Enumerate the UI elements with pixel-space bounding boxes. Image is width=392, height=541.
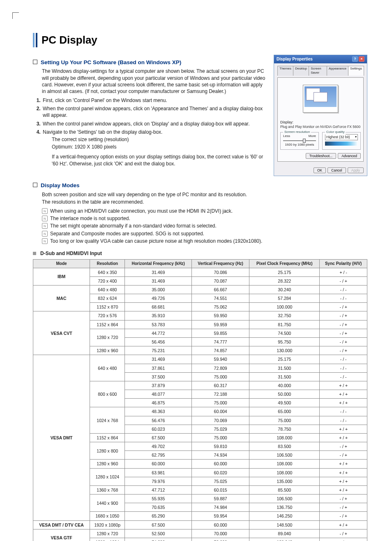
data-cell: 72.188: [191, 390, 249, 399]
data-cell: 81.750: [249, 320, 320, 329]
data-cell: 65.290: [125, 512, 192, 520]
data-cell: 89.040: [249, 529, 320, 538]
note-icon: N: [42, 238, 48, 244]
data-cell: - / +: [320, 320, 367, 329]
data-cell: - / -: [320, 538, 367, 541]
resolution-cell: 800 x 600: [90, 381, 125, 407]
subsection-bullet-icon: [33, 252, 36, 255]
data-cell: + / -: [320, 268, 367, 276]
tab-screensaver[interactable]: Screen Saver: [309, 66, 327, 76]
data-cell: + / +: [320, 468, 367, 477]
data-cell: - / +: [320, 303, 367, 311]
data-cell: + / +: [320, 425, 367, 433]
note-text: The interlace mode is not supported.: [50, 215, 130, 222]
table-row: VESA DMT / DTV CEA1920 x 1080p67.50060.0…: [33, 520, 367, 529]
data-cell: + / +: [320, 477, 367, 485]
help-icon[interactable]: ?: [352, 56, 358, 62]
step4-sub1: The correct size setting (resolution): [52, 136, 267, 143]
resolution-cell: 1152 x 870: [90, 303, 125, 311]
sr-value: 1920 by 1080 pixels: [283, 143, 316, 147]
data-cell: 130.000: [249, 346, 320, 355]
data-cell: 70.086: [191, 268, 249, 276]
data-cell: - / +: [320, 329, 367, 337]
data-cell: - / -: [320, 355, 367, 364]
section-bullet-icon: [33, 183, 37, 187]
data-cell: 59.950: [191, 311, 249, 320]
data-cell: 46.875: [125, 399, 192, 407]
tab-desktop[interactable]: Desktop: [293, 66, 309, 76]
data-cell: 49.702: [125, 442, 192, 451]
note-row: NToo long or low quality VGA cable can c…: [42, 238, 367, 244]
table-header: Horizontal Frequency (kHz): [125, 260, 192, 268]
tab-appearance[interactable]: Appearance: [327, 66, 348, 76]
data-cell: 59.887: [191, 495, 249, 503]
section1-heading: Setting Up Your PC Software (Based on Wi…: [41, 59, 181, 66]
dialog-title: Display Properties: [277, 56, 313, 62]
data-cell: 31.469: [125, 276, 192, 285]
data-cell: 75.029: [191, 425, 249, 433]
sr-more: More: [309, 134, 316, 139]
data-cell: 75.000: [191, 399, 249, 407]
setup-steps: First, click on 'Control Panel' on the W…: [35, 97, 267, 167]
data-cell: 56.456: [125, 337, 192, 346]
table-row: MAC640 x 48035.00066.66730.240- / -: [33, 285, 367, 294]
data-cell: - / +: [320, 311, 367, 320]
data-cell: 31.500: [249, 372, 320, 381]
step4-sub3: If a vertical-frequency option exists on…: [52, 153, 267, 167]
note-icon: N: [42, 208, 48, 214]
data-cell: + / +: [320, 433, 367, 442]
data-cell: 49.500: [249, 399, 320, 407]
ok-button[interactable]: OK: [314, 167, 326, 173]
screen-resolution-group: Screen resolution Less More 1920 by 1080…: [280, 132, 319, 150]
troubleshoot-button[interactable]: Troubleshoot...: [306, 153, 336, 159]
data-cell: 135.000: [249, 477, 320, 485]
data-cell: 37.879: [125, 381, 192, 390]
data-cell: 75.231: [125, 346, 192, 355]
table-header: Vertical Frequency (Hz): [191, 260, 249, 268]
mode-cell: VESA DMT: [33, 355, 90, 520]
data-cell: 74.620: [125, 538, 192, 541]
data-cell: 47.712: [125, 485, 192, 494]
data-cell: 83.500: [249, 442, 320, 451]
mode-cell: MAC: [33, 285, 90, 311]
data-cell: 85.500: [249, 485, 320, 494]
tab-themes[interactable]: Themes: [277, 66, 293, 76]
resolution-slider[interactable]: [283, 140, 316, 141]
data-cell: - / +: [320, 495, 367, 503]
tab-settings[interactable]: Settings: [348, 66, 364, 76]
data-cell: 67.500: [125, 520, 192, 529]
resolution-cell: 1920 x 1080p: [90, 520, 125, 529]
apply-button[interactable]: Apply: [348, 167, 364, 173]
data-cell: + / +: [320, 390, 367, 399]
resolution-cell: 1280 x 800: [90, 442, 125, 460]
data-cell: 59.954: [191, 512, 249, 520]
data-cell: - / -: [320, 294, 367, 303]
step4-sub2: Optimum: 1920 X 1080 pixels: [52, 144, 267, 150]
data-cell: 108.000: [249, 433, 320, 442]
close-icon[interactable]: ×: [359, 56, 364, 62]
note-row: NThe set might operate abnormally if a n…: [42, 223, 367, 229]
data-cell: 28.322: [249, 276, 320, 285]
data-cell: 70.069: [191, 416, 249, 425]
resolution-cell: 1280 x 720: [90, 529, 125, 538]
data-cell: 55.935: [125, 495, 192, 503]
data-cell: 53.783: [125, 320, 192, 329]
table-row: IBM640 x 35031.46970.08625.175+ / -: [33, 268, 367, 276]
resolution-cell: 720 x 576: [90, 311, 125, 320]
data-cell: - / +: [320, 346, 367, 355]
data-cell: 65.000: [249, 407, 320, 416]
note-row: NWhen using an HDMI/DVI cable connection…: [42, 208, 367, 214]
data-cell: 59.855: [191, 329, 249, 337]
data-cell: 44.772: [125, 329, 192, 337]
color-quality-group: Color quality Highest (32 bit) ▾: [322, 132, 361, 150]
cancel-button[interactable]: Cancel: [327, 167, 346, 173]
data-cell: 66.667: [191, 285, 249, 294]
resolution-cell: 640 x 480: [90, 285, 125, 294]
chevron-down-icon: ▾: [355, 135, 357, 139]
color-quality-select[interactable]: Highest (32 bit) ▾: [325, 134, 358, 140]
advanced-button[interactable]: Advanced: [338, 153, 361, 159]
data-cell: + / +: [320, 485, 367, 494]
data-cell: + / +: [320, 460, 367, 468]
display-label: Display:: [280, 120, 361, 125]
data-cell: 148.500: [249, 520, 320, 529]
